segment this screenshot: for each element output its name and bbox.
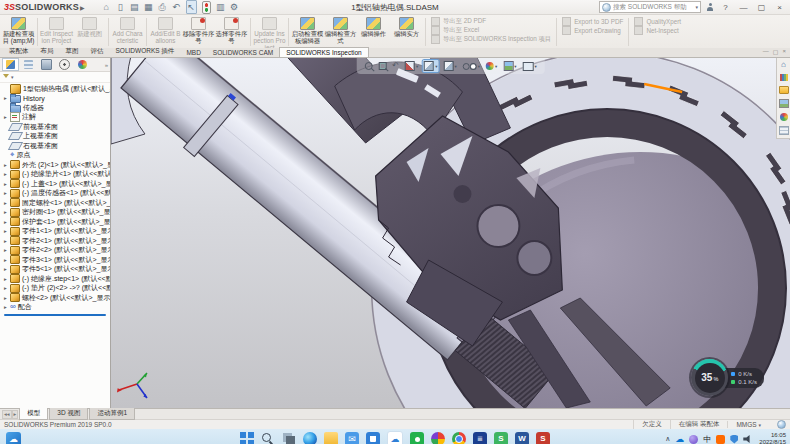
- tree-item-component[interactable]: ▸(-) 温度传感器<1> (默认<<默认>_: [0, 189, 110, 199]
- ime-language-indicator[interactable]: 中: [703, 434, 711, 444]
- mail-icon[interactable]: ✉: [345, 432, 359, 444]
- expander-icon[interactable]: ▸: [3, 171, 8, 177]
- tab-solidworks-cam[interactable]: SOLIDWORKS CAM: [207, 48, 279, 57]
- expander-icon[interactable]: ▸: [3, 190, 8, 196]
- tree-item-component[interactable]: ▸固定螺栓<1> (默认<<默认>_显示: [0, 198, 110, 208]
- ribbon-button-edit-inspection-project[interactable]: Edit Inspection Project: [40, 16, 73, 48]
- performance-monitor-widget[interactable]: 35% 0 K/s 0.1 K/s: [691, 359, 764, 396]
- view-settings-icon[interactable]: ▾: [522, 61, 538, 72]
- tab-evaluate[interactable]: 评估: [85, 46, 110, 57]
- appearances-icon[interactable]: [780, 113, 788, 121]
- zoom-to-area-icon[interactable]: [377, 61, 387, 71]
- tree-item-component[interactable]: ▸零件2<1> (默认<<默认>_显示状: [0, 236, 110, 246]
- hide-show-items-icon[interactable]: ▾: [462, 62, 481, 71]
- design-library-icon[interactable]: [780, 74, 788, 81]
- ribbon-button-edit-inspection-methods[interactable]: 编辑检查方式: [324, 16, 357, 48]
- ribbon-button-add-edit-balloons[interactable]: Add/Edit Balloons: [149, 16, 182, 48]
- graphics-viewport[interactable]: ↶ ▾ ▾ ▾ ▾ ▾ ▾ ▾ ⌂: [111, 58, 790, 408]
- tree-item-component[interactable]: ▸零件1<1> (默认<<默认>_显示状态: [0, 227, 110, 237]
- tab-assembly[interactable]: 装配体: [3, 46, 35, 57]
- tab-configuration-manager[interactable]: [38, 58, 55, 71]
- rollback-bar[interactable]: [4, 314, 106, 316]
- ribbon-button-launch-template-editor[interactable]: 启动检查模板编辑器: [291, 16, 324, 48]
- print-icon[interactable]: ⎙: [158, 1, 167, 13]
- tree-item-origin[interactable]: ⌖原点: [0, 151, 110, 161]
- expander-icon[interactable]: ▸: [3, 276, 8, 282]
- tree-item-history[interactable]: ▸History: [0, 94, 110, 104]
- tree-item-component[interactable]: ▸外壳 (2)<1> (默认<<默认>_显示状态: [0, 160, 110, 170]
- widgets-icon[interactable]: ☁: [6, 432, 21, 444]
- edit-appearance-icon[interactable]: ▾: [485, 61, 498, 71]
- tab-layout[interactable]: 布局: [35, 46, 60, 57]
- file-explorer-pane-icon[interactable]: [779, 86, 789, 94]
- expander-icon[interactable]: ▸: [3, 181, 8, 187]
- restore-button[interactable]: ▢: [755, 1, 768, 14]
- green-app-icon[interactable]: [410, 432, 424, 444]
- export-excel-button[interactable]: 导出至 Excel: [431, 27, 551, 34]
- options-gear-icon[interactable]: ⚙: [230, 1, 239, 13]
- doc-minimize-button[interactable]: —: [763, 48, 769, 55]
- tree-item-component[interactable]: ▸保护套<1> (默认<<默认>_显示状: [0, 217, 110, 227]
- view-orientation-icon[interactable]: ▾: [423, 60, 438, 72]
- export-edrawing-button[interactable]: Export eDrawing: [562, 27, 623, 34]
- input-method-tray-icon[interactable]: [716, 435, 725, 444]
- zoom-to-fit-icon[interactable]: [363, 61, 373, 71]
- ribbon-button-edit-operations[interactable]: 编辑操作: [357, 16, 390, 48]
- expander-icon[interactable]: ▸: [3, 209, 8, 215]
- chrome-icon[interactable]: [452, 432, 466, 444]
- file-properties-icon[interactable]: ▥: [216, 1, 225, 13]
- tab-display-manager[interactable]: [74, 58, 91, 71]
- tree-item-top-plane[interactable]: 上视基准面: [0, 132, 110, 142]
- green-office-app-icon[interactable]: S: [494, 432, 508, 444]
- rebuild-icon[interactable]: [202, 1, 211, 14]
- solidworks-resources-icon[interactable]: ⌂: [781, 61, 786, 69]
- ribbon-button-select-balloons[interactable]: 选择零件序号: [215, 16, 248, 48]
- previous-view-icon[interactable]: ↶: [391, 61, 400, 71]
- expander-icon[interactable]: ▸: [3, 266, 8, 272]
- tab-property-manager[interactable]: [20, 58, 37, 71]
- tree-item-component[interactable]: ▸螺栓<2> (默认<<默认>_显示状态: [0, 293, 110, 303]
- expander-icon[interactable]: ▸: [3, 285, 8, 291]
- task-view-icon[interactable]: [282, 432, 296, 444]
- security-shield-icon[interactable]: [730, 435, 738, 444]
- expander-icon[interactable]: ▸: [3, 162, 8, 168]
- tree-item-component[interactable]: ▸(-) 绝缘座.step<1> (默认<<默认>: [0, 274, 110, 284]
- doc-close-button[interactable]: ×: [782, 48, 786, 55]
- new-document-icon[interactable]: ▯: [116, 1, 125, 13]
- tree-item-sensor[interactable]: 传感器: [0, 103, 110, 113]
- tab-dimxpert-manager[interactable]: [56, 58, 73, 71]
- export-inspection-project-button[interactable]: 导出至 SOLIDWORKS Inspection 项目: [431, 36, 551, 43]
- expander-icon[interactable]: ▸: [3, 247, 8, 253]
- tree-item-front-plane[interactable]: 前视基准面: [0, 122, 110, 132]
- tab-solidworks-inspection[interactable]: SOLIDWORKS Inspection: [279, 47, 369, 57]
- tree-item-annotations[interactable]: ▸注解: [0, 113, 110, 123]
- taskbar-clock[interactable]: 16:05 2022/8/15: [759, 432, 786, 444]
- tree-item-right-plane[interactable]: 右视基准面: [0, 141, 110, 151]
- expander-icon[interactable]: ▸: [3, 238, 8, 244]
- doc-restore-button[interactable]: ▢: [773, 48, 779, 55]
- tab-scroll-left[interactable]: ◂◂: [2, 410, 12, 419]
- open-icon[interactable]: ▤: [130, 1, 139, 13]
- save-icon[interactable]: ▦: [144, 1, 153, 13]
- tray-chevron-icon[interactable]: ∧: [665, 435, 670, 443]
- apply-scene-icon[interactable]: ▾: [502, 60, 517, 72]
- solidworks-running-icon[interactable]: S: [536, 432, 550, 444]
- tab-addins[interactable]: SOLIDWORKS 插件: [110, 46, 181, 57]
- view-palette-icon[interactable]: [779, 99, 789, 108]
- volume-icon[interactable]: [743, 435, 752, 443]
- purple-app-tray-icon[interactable]: [689, 435, 698, 444]
- ribbon-button-edit-vendor[interactable]: 编辑实方: [390, 16, 423, 48]
- tab-motion-study[interactable]: 运动算例1: [89, 408, 135, 420]
- tab-scroll-right[interactable]: ▸: [12, 410, 19, 419]
- search-caret-icon[interactable]: ▾: [695, 4, 698, 10]
- tree-item-component[interactable]: ▸零件2<2> (默认<<默认>_显示状: [0, 246, 110, 256]
- expander-icon[interactable]: ▸: [3, 95, 8, 101]
- expander-icon[interactable]: ▸: [3, 114, 8, 120]
- ribbon-button-new-view[interactable]: 新建视图: [73, 16, 106, 48]
- status-sphere-icon[interactable]: [777, 420, 786, 429]
- units-selector[interactable]: MMGS ▾: [727, 421, 769, 428]
- export-3d-pdf-button[interactable]: Export to 3D PDF: [562, 18, 623, 25]
- reader-app-icon[interactable]: ≣: [473, 432, 487, 444]
- expander-icon[interactable]: ▸: [3, 219, 8, 225]
- login-user-icon[interactable]: [706, 3, 714, 11]
